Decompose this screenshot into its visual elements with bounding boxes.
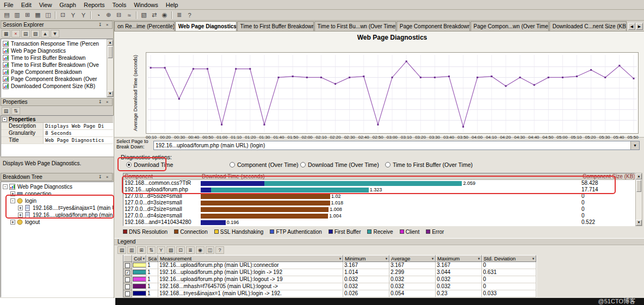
column-component[interactable]: Component xyxy=(125,173,153,180)
legend-column-average[interactable]: Average▼ xyxy=(389,255,436,262)
legend-column-maximum[interactable]: Maximum▼ xyxy=(436,255,482,262)
plot-area[interactable] xyxy=(146,52,639,134)
session-item-web-page-diagnostics[interactable]: Web Page Diagnostics xyxy=(1,47,113,54)
tab-scroll-right-icon[interactable]: ▶ xyxy=(636,23,643,30)
tab-time-to-first-bu-wn-over-time[interactable]: Time to First Bu...wn (Over Time) xyxy=(314,21,396,31)
legend-column-minimum[interactable]: Minimum▼ xyxy=(343,255,389,262)
radio-dot-icon[interactable] xyxy=(230,162,235,167)
clear-filter-icon[interactable]: Y xyxy=(78,10,89,20)
tree-node-192-16-upload-forum-php-main-url[interactable]: +192.16....upload/forum.php (main URL) xyxy=(1,211,113,219)
pin-icon[interactable]: ↧ xyxy=(97,99,103,105)
legend-row[interactable]: ✓1192.16...upload/forum.php (main URL):l… xyxy=(123,269,537,276)
help-icon[interactable]: ? xyxy=(184,10,195,20)
collapse-icon[interactable]: - xyxy=(3,184,8,189)
radio-download-time[interactable]: Download Time xyxy=(126,161,173,168)
chevron-down-icon[interactable]: ▼ xyxy=(630,141,639,150)
columns-icon[interactable]: ◫ xyxy=(206,246,214,254)
expand-icon[interactable]: + xyxy=(18,213,23,217)
radio-download-time-over-time[interactable]: Download Time (Over Time) xyxy=(300,161,379,168)
graph-properties-icon[interactable]: ◉ xyxy=(196,246,205,254)
legend-row[interactable]: 1192.168...t=yes&inajax=1 (main URL):log… xyxy=(123,290,537,297)
settings-icon[interactable]: ≣ xyxy=(174,10,184,20)
close-icon[interactable]: × xyxy=(104,99,110,105)
legend-column-col[interactable]: Col▼ xyxy=(132,255,146,262)
tree-node-web-page-diagnostics[interactable]: -Web Page Diagnostics xyxy=(1,183,113,190)
open-session-icon[interactable]: ▤ xyxy=(2,10,12,20)
chevron-down-icon[interactable]: ▼ xyxy=(141,257,146,260)
legend-row-selector[interactable] xyxy=(123,283,132,290)
radio-time-to-first-buffer-over-time[interactable]: Time to First Buffer (Over Time) xyxy=(385,161,473,168)
page-select-dropdown[interactable]: 192.16...upload/forum.php (main URL) (lo… xyxy=(153,141,640,150)
scroll-up-icon[interactable]: ▲ xyxy=(636,173,642,179)
sort-icon[interactable]: ⇅ xyxy=(147,246,156,254)
chevron-down-icon[interactable]: ▼ xyxy=(531,257,536,260)
legend-row-selector[interactable] xyxy=(123,262,132,269)
legend-row-selector[interactable]: ✓ xyxy=(123,269,132,276)
expand-icon[interactable]: + xyxy=(18,206,23,210)
property-row[interactable]: DescriptionDisplays Web Page Di xyxy=(1,123,113,130)
checkbox-icon[interactable] xyxy=(125,277,130,282)
legend-column-std-deviation[interactable]: Std. Deviation▼ xyxy=(482,255,536,262)
legend-row[interactable]: 1192.16...upload/forum.php (main URL):lo… xyxy=(123,276,537,283)
collapse-icon[interactable]: - xyxy=(2,117,7,122)
component-table-scrollbar[interactable]: ▲ ▼ xyxy=(635,173,642,226)
column-component-size[interactable]: Component Size (KB) xyxy=(583,173,635,180)
tree-node-192-168-t-yes-inajax-1-main-url[interactable]: +192.168....t=yes&inajax=1 (main URL) xyxy=(1,204,113,211)
component-row[interactable]: 192.168...common.css?TtR2.05958.428 xyxy=(123,180,635,186)
menu-file[interactable]: File xyxy=(0,1,17,9)
radio-dot-icon[interactable] xyxy=(126,162,132,167)
chevron-down-icon[interactable]: ▼ xyxy=(430,257,435,260)
delete-icon[interactable]: × xyxy=(11,30,20,38)
pin-icon[interactable]: ↧ xyxy=(97,22,103,28)
component-row[interactable]: 192.168...and=14104342800.1960.522 xyxy=(123,219,635,226)
granularity-icon[interactable]: ◔ xyxy=(93,10,103,20)
tab-web-page-diagnostics[interactable]: Web Page Diagnostics xyxy=(175,21,237,31)
legend-row[interactable]: 1192.16...upload/forum.php (main URL):co… xyxy=(123,262,537,269)
column-download-time[interactable]: Download Time (seconds) xyxy=(202,173,265,180)
checkbox-icon[interactable] xyxy=(125,284,130,289)
view-mode-icon[interactable]: ▦ xyxy=(2,30,10,38)
scroll-down-icon[interactable]: ▼ xyxy=(636,220,642,226)
filter-legend-icon[interactable]: Y xyxy=(157,246,165,254)
new-graph-icon[interactable]: ▧ xyxy=(139,10,149,20)
tab-page-compon-wn-over-time[interactable]: Page Compon...wn (Over Time) xyxy=(470,21,549,31)
save-session-icon[interactable]: ▥ xyxy=(12,10,22,20)
scroll-thumb[interactable] xyxy=(636,180,641,192)
property-row[interactable]: TitleWeb Page Diagnostics xyxy=(1,137,113,144)
move-up-icon[interactable]: ▲ xyxy=(41,30,49,38)
session-item-time-to-first-buffer-breakdown-ove[interactable]: Time to First Buffer Breakdown (Ove xyxy=(1,61,113,69)
session-item-time-to-first-buffer-breakdown[interactable]: Time to First Buffer Breakdown xyxy=(1,54,113,61)
chevron-down-icon[interactable]: ▼ xyxy=(384,257,389,260)
scroll-down-icon[interactable]: ▼ xyxy=(107,91,113,97)
menu-reports[interactable]: Reports xyxy=(80,1,109,9)
add-new-item-icon[interactable]: ⊞ xyxy=(22,10,33,20)
menu-edit[interactable]: Edit xyxy=(17,1,35,9)
expand-icon[interactable]: + xyxy=(10,220,15,225)
checkbox-icon[interactable] xyxy=(125,263,130,268)
properties-group-header[interactable]: - Properties xyxy=(1,116,113,123)
copy-icon[interactable]: ⊡ xyxy=(176,246,185,254)
copy-graph-icon[interactable]: ⊡ xyxy=(58,10,68,20)
report-icon[interactable]: ▤ xyxy=(21,30,30,38)
hide-all-icon[interactable]: ▥ xyxy=(127,246,136,254)
radio-dot-icon[interactable] xyxy=(300,162,306,167)
menu-tools[interactable]: Tools xyxy=(108,1,130,9)
alphabetic-icon[interactable]: ⇅ xyxy=(11,107,20,115)
tree-node-connection[interactable]: +connection xyxy=(1,190,113,197)
tab-scroll-left-icon[interactable]: ◀ xyxy=(628,23,635,30)
legend-row[interactable]: 1192.168...mhash=f7645705 (main URL):log… xyxy=(123,283,537,290)
scroll-up-icon[interactable]: ▲ xyxy=(107,40,113,46)
property-row[interactable]: Granularity8 Seconds xyxy=(1,130,113,137)
folder-icon[interactable]: ▧ xyxy=(31,30,40,38)
checkbox-icon[interactable] xyxy=(125,291,130,296)
radio-dot-icon[interactable] xyxy=(385,162,391,167)
component-row[interactable]: 127.0.0...d=4size=small1.0040 xyxy=(123,213,635,219)
set-filter-icon[interactable]: Y xyxy=(68,10,78,20)
show-all-icon[interactable]: ▤ xyxy=(117,246,126,254)
tab-page-component-breakdown[interactable]: Page Component Breakdown xyxy=(397,21,470,31)
tree-node-login[interactable]: -login xyxy=(1,197,113,204)
menu-help[interactable]: Help xyxy=(162,1,182,9)
export-icon[interactable]: ▧ xyxy=(166,246,175,254)
session-item-page-component-breakdown[interactable]: Page Component Breakdown xyxy=(1,69,113,76)
menu-windows[interactable]: Windows xyxy=(130,1,162,9)
